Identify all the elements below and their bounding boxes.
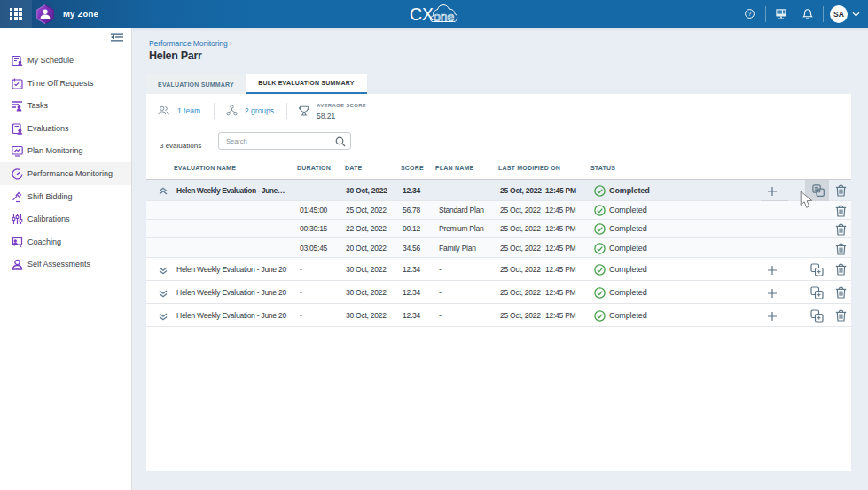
svg-text:CX: CX: [410, 4, 434, 24]
svg-text:one: one: [434, 10, 455, 24]
svg-text:?: ?: [748, 11, 752, 17]
